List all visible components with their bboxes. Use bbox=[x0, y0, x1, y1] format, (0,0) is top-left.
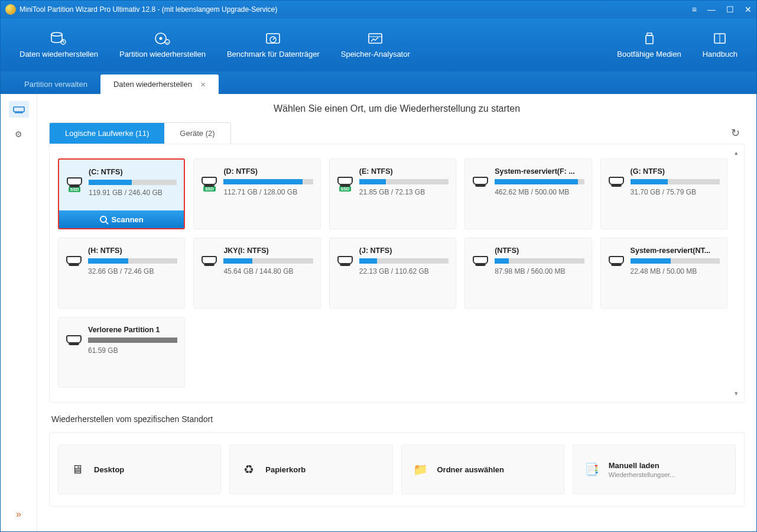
drive-name: JKY(I: NTFS) bbox=[223, 246, 313, 255]
menu-icon[interactable]: ≡ bbox=[692, 5, 697, 14]
hdd-icon bbox=[67, 177, 82, 186]
location-subtitle: Wiederherstellungser... bbox=[609, 471, 675, 478]
hdd-icon bbox=[609, 177, 624, 185]
drive-card[interactable]: Verlorene Partition 161.59 GB bbox=[58, 317, 185, 388]
drive-card[interactable]: (G: NTFS)31.70 GB / 75.79 GB bbox=[600, 158, 727, 229]
drive-name: (C: NTFS) bbox=[89, 168, 177, 176]
location-card[interactable]: ♻Papierkorb bbox=[229, 445, 392, 494]
app-icon bbox=[5, 4, 16, 15]
scan-button[interactable]: Scannen bbox=[59, 210, 184, 228]
drive-capacity: 112.71 GB / 128.00 GB bbox=[223, 188, 313, 196]
svg-rect-7 bbox=[369, 34, 382, 43]
toolbar-recover-partition[interactable]: Partition wiederherstellen bbox=[109, 28, 216, 62]
drive-icon: SSD bbox=[201, 177, 217, 220]
tab-close-icon[interactable]: ✕ bbox=[200, 81, 206, 88]
titlebar: MiniTool Partition Wizard Pro Ultimativ … bbox=[1, 1, 756, 18]
drive-icon bbox=[472, 256, 489, 300]
toolbar-recover-data[interactable]: Daten wiederherstellen bbox=[9, 28, 109, 62]
svg-rect-9 bbox=[646, 35, 653, 44]
drive-capacity: 32.66 GB / 72.46 GB bbox=[88, 267, 177, 275]
side-drive-icon[interactable] bbox=[9, 101, 29, 118]
drive-list: SSD(C: NTFS)119.91 GB / 246.40 GBScannen… bbox=[49, 144, 745, 403]
app-title: MiniTool Partition Wizard Pro Ultimativ … bbox=[20, 5, 277, 14]
drive-card[interactable]: System-reserviert(NT...22.48 MB / 50.00 … bbox=[600, 238, 727, 309]
location-card[interactable]: 📑Manuell ladenWiederherstellungser... bbox=[573, 445, 736, 494]
toolbar-benchmark[interactable]: Benchmark für Datenträger bbox=[216, 28, 330, 62]
drive-card[interactable]: (J: NTFS)22.13 GB / 110.62 GB bbox=[329, 238, 456, 309]
side-settings-icon[interactable]: ⚙ bbox=[9, 126, 29, 142]
drive-card[interactable]: SSD(D: NTFS)112.71 GB / 128.00 GB bbox=[193, 158, 320, 229]
subtab-logical-drives[interactable]: Logische Laufwerke (11) bbox=[50, 123, 164, 144]
drive-capacity: 61.59 GB bbox=[88, 346, 177, 355]
location-title: Manuell laden bbox=[609, 461, 675, 470]
location-icon: 📑 bbox=[584, 462, 600, 476]
location-card[interactable]: 📁Ordner auswählen bbox=[401, 445, 564, 494]
drive-name: (NTFS) bbox=[495, 246, 584, 255]
drive-name: (G: NTFS) bbox=[631, 167, 720, 176]
drive-name: (J: NTFS) bbox=[359, 246, 449, 255]
database-restore-icon bbox=[50, 32, 67, 45]
drive-capacity: 45.64 GB / 144.80 GB bbox=[223, 267, 313, 275]
location-card[interactable]: 🖥Desktop bbox=[58, 445, 221, 494]
hdd-icon bbox=[202, 256, 217, 264]
location-icon: 🖥 bbox=[69, 462, 86, 476]
drive-capacity: 462.62 MB / 500.00 MB bbox=[495, 188, 584, 196]
location-title: Ordner auswählen bbox=[437, 465, 504, 474]
side-expand-icon[interactable]: » bbox=[16, 509, 21, 520]
toolbar-manual[interactable]: Handbuch bbox=[692, 28, 748, 62]
drive-icon bbox=[201, 256, 217, 300]
usage-bar bbox=[88, 258, 177, 264]
svg-rect-12 bbox=[15, 112, 23, 113]
page-heading: Wählen Sie einen Ort, um die Wiederherst… bbox=[49, 100, 745, 122]
svg-point-3 bbox=[159, 37, 162, 40]
close-icon[interactable]: ✕ bbox=[745, 5, 752, 14]
scroll-down-icon[interactable]: ▾ bbox=[735, 390, 738, 397]
drive-card[interactable]: JKY(I: NTFS)45.64 GB / 144.80 GB bbox=[193, 238, 320, 309]
scroll-up-icon[interactable]: ▴ bbox=[735, 149, 738, 157]
location-title: Papierkorb bbox=[265, 465, 306, 474]
hdd-icon bbox=[66, 335, 82, 343]
drive-card[interactable]: SSD(E: NTFS)21.85 GB / 72.13 GB bbox=[329, 158, 456, 229]
minimize-icon[interactable]: — bbox=[707, 5, 716, 14]
usage-bar bbox=[223, 258, 313, 264]
window-chart-icon bbox=[367, 32, 384, 45]
drive-icon bbox=[337, 256, 353, 300]
book-icon bbox=[711, 32, 728, 45]
tab-recover-data[interactable]: Daten wiederherstellen ✕ bbox=[100, 74, 219, 94]
subtabs: Logische Laufwerke (11) Geräte (2) bbox=[49, 122, 231, 144]
tab-manage-partition[interactable]: Partition verwalten bbox=[11, 74, 100, 94]
usage-bar bbox=[89, 180, 177, 185]
drive-card[interactable]: (NTFS)87.98 MB / 560.00 MB bbox=[464, 238, 592, 309]
scrollbar[interactable]: ▴ ▾ bbox=[732, 149, 740, 397]
toolbar: Daten wiederherstellen Partition wiederh… bbox=[1, 18, 756, 72]
usage-bar bbox=[631, 258, 720, 264]
drive-capacity: 21.85 GB / 72.13 GB bbox=[359, 188, 449, 196]
maximize-icon[interactable]: ☐ bbox=[726, 5, 734, 14]
toolbar-label: Handbuch bbox=[703, 50, 737, 59]
drive-card[interactable]: System-reserviert(F: ...462.62 MB / 500.… bbox=[464, 158, 592, 229]
drive-icon: SSD bbox=[337, 177, 353, 220]
subtab-devices[interactable]: Geräte (2) bbox=[164, 123, 230, 144]
svg-point-0 bbox=[51, 33, 62, 36]
hdd-icon bbox=[609, 256, 624, 264]
location-icon: ♻ bbox=[241, 462, 257, 476]
usb-icon bbox=[641, 32, 658, 45]
drive-card[interactable]: (H: NTFS)32.66 GB / 72.46 GB bbox=[58, 238, 185, 309]
refresh-icon[interactable]: ↻ bbox=[726, 123, 745, 143]
hdd-icon bbox=[473, 177, 488, 185]
toolbar-label: Bootfähige Medien bbox=[617, 50, 681, 59]
svg-rect-5 bbox=[267, 34, 280, 43]
toolbar-space-analyzer[interactable]: Speicher-Analysator bbox=[330, 28, 421, 62]
location-icon: 📁 bbox=[412, 462, 429, 476]
usage-bar bbox=[495, 179, 584, 184]
usage-bar bbox=[631, 179, 720, 184]
main: Wählen Sie einen Ort, um die Wiederherst… bbox=[37, 94, 756, 531]
usage-bar bbox=[88, 338, 177, 343]
window-controls: ≡ — ☐ ✕ bbox=[692, 5, 752, 14]
svg-point-4 bbox=[165, 40, 170, 44]
drive-capacity: 87.98 MB / 560.00 MB bbox=[495, 267, 584, 275]
drive-card[interactable]: SSD(C: NTFS)119.91 GB / 246.40 GBScannen bbox=[58, 158, 185, 229]
toolbar-bootable-media[interactable]: Bootfähige Medien bbox=[606, 28, 691, 62]
toolbar-label: Benchmark für Datenträger bbox=[227, 50, 320, 59]
drive-icon bbox=[472, 177, 489, 220]
